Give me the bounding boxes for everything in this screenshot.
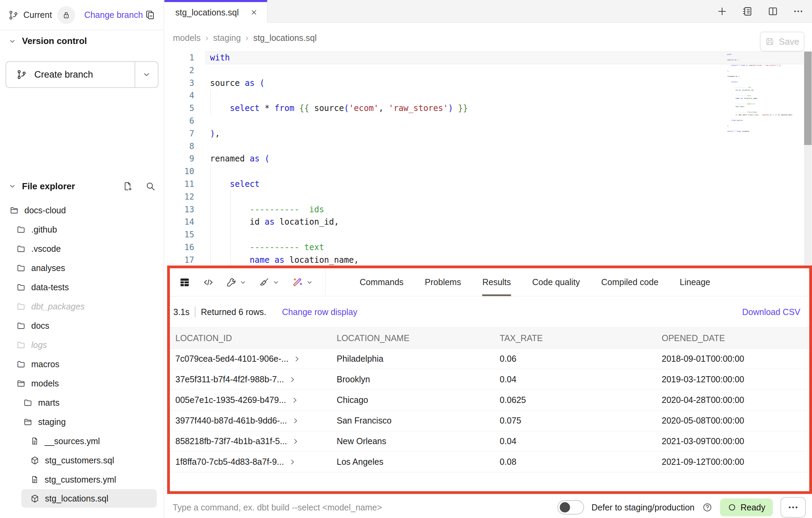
tree-item-models[interactable]: models: [0, 374, 164, 393]
chevron-down-icon[interactable]: [306, 279, 313, 286]
table-cell: 0.075: [494, 416, 656, 426]
change-row-display-link[interactable]: Change row display: [282, 307, 358, 317]
panel-tab-compiled-code[interactable]: Compiled code: [601, 268, 659, 296]
code-line: 11 select: [164, 178, 812, 191]
git-branch-icon: [8, 10, 19, 20]
tree-item-label: stg_customers.yml: [45, 475, 116, 485]
sidebar: Current Change branch Version control Cr…: [0, 0, 164, 518]
code-line: 5 select * from {{ source('ecom', 'raw_s…: [164, 102, 812, 115]
more-options-button[interactable]: [780, 497, 806, 518]
tree-item-logs[interactable]: logs: [0, 335, 164, 354]
close-icon[interactable]: [250, 8, 258, 16]
table-cell: 2020-05-08T00:00:00: [656, 416, 809, 426]
code-line: 3source as (: [164, 77, 812, 90]
notebook-icon[interactable]: [742, 6, 753, 17]
panel-tab-lineage[interactable]: Lineage: [680, 268, 710, 296]
defer-toggle[interactable]: [557, 500, 584, 515]
ellipsis-icon[interactable]: [793, 6, 804, 17]
help-icon[interactable]: [702, 502, 712, 513]
toolbar-divider: [325, 268, 325, 296]
chevron-down-icon[interactable]: [272, 279, 280, 286]
expand-row-icon[interactable]: [291, 396, 299, 404]
expand-row-icon[interactable]: [292, 438, 299, 445]
tree-item-label: .github: [31, 225, 57, 235]
table-cell: 0.04: [494, 374, 656, 384]
scrollbar-thumb[interactable]: [804, 52, 812, 145]
preview-table-icon[interactable]: [179, 277, 190, 288]
breadcrumb: models › staging › stg_locations.sql: [173, 33, 317, 43]
panel-tab-code-quality[interactable]: Code quality: [532, 268, 580, 296]
tree-item-stg-locations-sql[interactable]: stg_locations.sql: [21, 489, 157, 508]
tree-item--github[interactable]: .github: [0, 220, 164, 239]
tree-item-docs-cloud[interactable]: docs-cloud: [0, 201, 164, 220]
breadcrumb-file: stg_locations.sql: [253, 33, 317, 43]
download-csv-link[interactable]: Download CSV: [742, 307, 800, 317]
editor-scrollbar[interactable]: [804, 52, 812, 266]
version-control-header[interactable]: Version control: [0, 36, 95, 46]
file-icon: [30, 475, 39, 484]
build-button[interactable]: [226, 277, 247, 288]
tree-item-dbt-packages[interactable]: dbt_packages: [0, 297, 164, 316]
expand-row-icon[interactable]: [292, 417, 299, 425]
tree-item--vscode[interactable]: .vscode: [0, 239, 164, 258]
tree-item-data-tests[interactable]: data-tests: [0, 278, 164, 297]
column-header: LOCATION_NAME: [331, 333, 494, 343]
tree-item-label: stg_locations.sql: [45, 494, 108, 504]
code-icon[interactable]: [203, 277, 214, 288]
tree-item-stg-customers-yml[interactable]: stg_customers.yml: [0, 470, 164, 489]
code-line: 7),: [164, 127, 812, 140]
tree-item-label: staging: [38, 417, 66, 427]
git-branch-icon: [16, 69, 27, 80]
folder-open-icon: [23, 417, 33, 427]
split-editor-icon[interactable]: [767, 6, 778, 17]
tree-item-label: data-tests: [31, 282, 69, 292]
create-branch-main[interactable]: Create branch: [6, 62, 135, 87]
expand-row-icon[interactable]: [293, 355, 301, 363]
minimap[interactable]: with source as ( select * from {{ source…: [727, 53, 804, 133]
tree-item-marts[interactable]: marts: [0, 393, 164, 412]
breadcrumb-separator: ›: [206, 33, 208, 43]
column-header: TAX_RATE: [494, 333, 656, 343]
table-cell: Philadelphia: [331, 354, 494, 364]
folder-icon: [16, 360, 26, 369]
chevron-down-icon[interactable]: [239, 279, 247, 286]
tab-stg-locations[interactable]: stg_locations.sql: [164, 0, 267, 23]
tree-item--sources-yml[interactable]: __sources.yml: [0, 431, 164, 451]
save-button[interactable]: Save: [760, 32, 804, 52]
panel-tab-commands[interactable]: Commands: [360, 268, 404, 296]
copy-icon[interactable]: [144, 10, 155, 21]
tree-item-label: .vscode: [31, 244, 61, 254]
ready-circle-icon: [728, 503, 736, 512]
results-table: LOCATION_IDLOCATION_NAMETAX_RATEOPENED_D…: [170, 327, 809, 472]
file-explorer-header[interactable]: File explorer: [0, 177, 164, 195]
tree-item-staging[interactable]: staging: [0, 412, 164, 431]
tree-item-docs[interactable]: docs: [0, 316, 164, 335]
create-branch-options[interactable]: [135, 62, 158, 87]
breadcrumb-staging[interactable]: staging: [213, 33, 241, 43]
folder-icon: [16, 321, 26, 330]
expand-row-icon[interactable]: [289, 376, 296, 383]
tab-strip: stg_locations.sql: [164, 0, 812, 23]
breadcrumb-models[interactable]: models: [173, 33, 201, 43]
expand-row-icon[interactable]: [289, 458, 296, 466]
ai-fix-button[interactable]: [292, 277, 313, 288]
panel-tab-results[interactable]: Results: [482, 268, 511, 296]
file-tree: docs-cloud.github.vscodeanalysesdata-tes…: [0, 201, 164, 508]
new-tab-plus-icon[interactable]: [717, 6, 728, 17]
tree-item-macros[interactable]: macros: [0, 354, 164, 374]
panel-tab-problems[interactable]: Problems: [425, 268, 461, 296]
toggle-knob: [560, 502, 570, 513]
code-editor[interactable]: 1with23source as (45 select * from {{ so…: [164, 52, 812, 266]
change-branch-link[interactable]: Change branch: [84, 10, 143, 20]
search-icon[interactable]: [145, 181, 155, 191]
command-input[interactable]: [173, 503, 468, 513]
create-branch-button[interactable]: Create branch: [5, 61, 159, 88]
tree-item-analyses[interactable]: analyses: [0, 258, 164, 278]
file-explorer-title: File explorer: [22, 181, 75, 192]
code-line: 17 name as location_name,: [164, 254, 812, 266]
tree-item-stg-customers-sql[interactable]: stg_customers.sql: [0, 451, 164, 470]
tree-item-label: docs-cloud: [24, 205, 66, 215]
column-header: OPENED_DATE: [656, 333, 809, 343]
format-button[interactable]: [259, 277, 280, 288]
new-file-icon[interactable]: [123, 181, 133, 191]
